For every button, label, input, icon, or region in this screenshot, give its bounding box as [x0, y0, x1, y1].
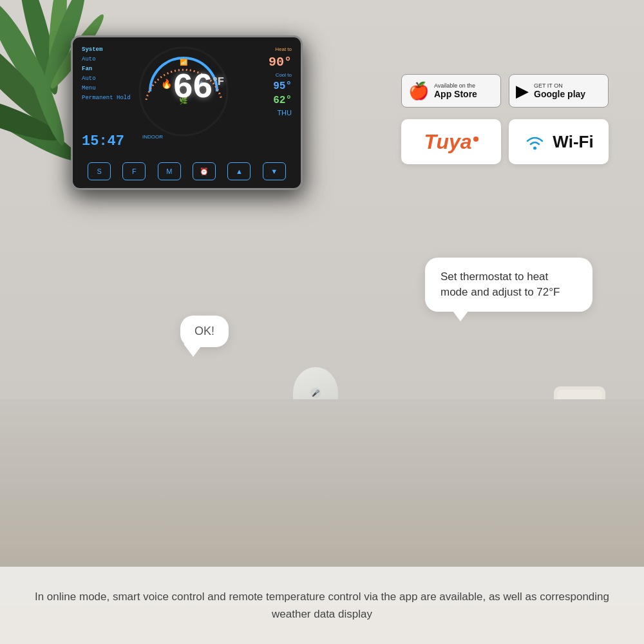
- right-info-panel: Heat to 90° Cool to 95° 62° THU: [269, 46, 292, 117]
- svg-text:🔥: 🔥: [161, 79, 173, 90]
- time-display: 15:47: [82, 133, 124, 149]
- bottom-caption-bar: In online mode, smart voice control and …: [0, 567, 644, 644]
- ctrl-btn-m[interactable]: M: [158, 162, 181, 180]
- google-play-badge[interactable]: ▶ GET IT ON Google play: [509, 74, 609, 108]
- tuya-logo: Tuya: [401, 119, 501, 164]
- google-play-top-label: GET IT ON: [534, 82, 585, 89]
- tuya-brand-text: Tuya: [424, 130, 471, 154]
- tuya-dot: [473, 137, 478, 142]
- indoor-label: INDOOR: [142, 134, 163, 140]
- app-store-badge[interactable]: 🍎 Available on the App Store: [401, 74, 501, 108]
- ctrl-btn-up[interactable]: ▲: [227, 162, 251, 180]
- control-buttons-row: S F M ⏰ ▲ ▼: [82, 162, 292, 180]
- ctrl-btn-f[interactable]: F: [122, 162, 146, 180]
- download-badges: 🍎 Available on the App Store ▶ GET IT ON…: [401, 74, 609, 108]
- speech-response-bubble: OK!: [180, 316, 229, 347]
- caption-text: In online mode, smart voice control and …: [26, 588, 618, 623]
- app-store-main-label: App Store: [434, 89, 477, 100]
- menu-menu: Menu: [82, 85, 131, 91]
- heat-to-temp: 90°: [269, 55, 292, 70]
- apple-icon: 🍎: [408, 81, 429, 101]
- speech-command-bubble: Set thermostat to heat mode and adjust t…: [425, 258, 592, 312]
- app-store-top-label: Available on the: [434, 82, 477, 89]
- outdoor-temp: 62°: [269, 95, 292, 106]
- thermostat-menu: System Auto Fan Auto Menu Permanent Hold: [82, 46, 131, 101]
- menu-hold: Permanent Hold: [82, 95, 131, 101]
- menu-auto1: Auto: [82, 56, 131, 62]
- brand-logos: Tuya Wi-Fi: [401, 119, 609, 164]
- speech-response-text: OK!: [194, 325, 214, 337]
- heat-to-label: Heat to: [269, 46, 292, 52]
- svg-text:📶: 📶: [180, 58, 188, 66]
- svg-point-14: [533, 147, 536, 150]
- day-label: THU: [269, 109, 292, 117]
- ctrl-btn-clock[interactable]: ⏰: [193, 162, 216, 180]
- menu-auto2: Auto: [82, 75, 131, 82]
- google-play-text: GET IT ON Google play: [534, 82, 585, 100]
- speaker-mic-button: 🎤: [310, 388, 321, 398]
- speech-command-text: Set thermostat to heat mode and adjust t…: [440, 270, 560, 298]
- google-play-icon: ▶: [516, 81, 529, 101]
- cool-to-label: Cool to: [269, 72, 292, 78]
- ctrl-btn-down[interactable]: ▼: [263, 162, 286, 180]
- google-play-main-label: Google play: [534, 89, 585, 100]
- thermostat-device: System Auto Fan Auto Menu Permanent Hold…: [71, 35, 303, 190]
- cool-to-temp: 95°: [269, 80, 292, 92]
- wifi-icon: [524, 132, 546, 151]
- menu-fan: Fan: [82, 66, 131, 72]
- menu-system: System: [82, 46, 131, 53]
- wifi-logo: Wi-Fi: [509, 119, 609, 164]
- ctrl-btn-s[interactable]: S: [88, 162, 111, 180]
- temp-unit: °F: [212, 75, 223, 88]
- main-temperature: 66°F: [173, 68, 223, 108]
- wifi-label: Wi-Fi: [553, 132, 593, 152]
- temp-value: 66: [173, 68, 212, 108]
- app-store-text: Available on the App Store: [434, 82, 477, 100]
